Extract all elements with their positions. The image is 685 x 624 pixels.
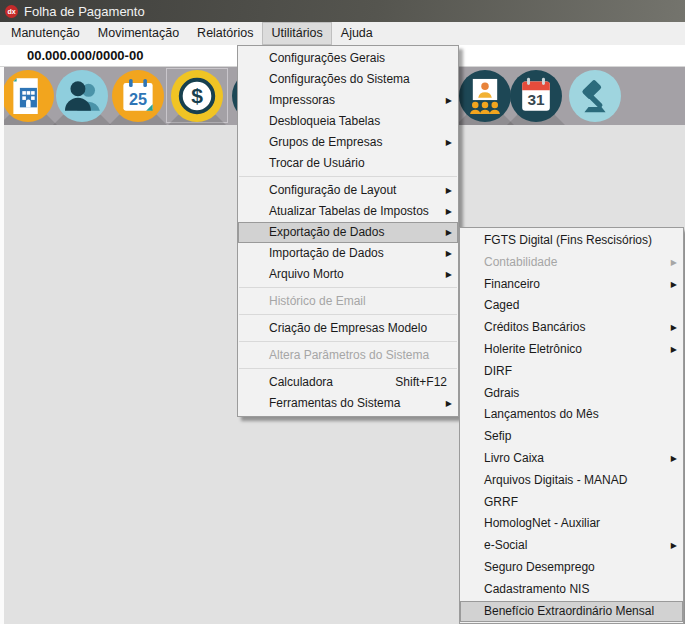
menu-item-atualizar-tabelas-de-impostos[interactable]: Atualizar Tabelas de Impostos▶	[238, 201, 458, 222]
submenu-arrow-icon: ▶	[446, 132, 452, 153]
menu-item-configuracoes-gerais[interactable]: Configurações Gerais	[238, 48, 458, 69]
submenu-item-lancamentos-do-mes[interactable]: Lançamentos do Mês	[460, 404, 683, 426]
submenu-arrow-icon: ▶	[446, 222, 452, 243]
submenu-arrow-icon: ▶	[446, 180, 452, 201]
submenu-item-holerite-eletronico[interactable]: Holerite Eletrônico▶	[460, 339, 683, 361]
shortcut-label: Shift+F12	[395, 372, 447, 393]
submenu-arrow-icon: ▶	[446, 201, 452, 222]
menu-item-importacao-de-dados[interactable]: Importação de Dados▶	[238, 243, 458, 264]
title-bar: dx Folha de Pagamento	[0, 0, 685, 22]
menu-item-calculadora[interactable]: CalculadoraShift+F12	[238, 372, 458, 393]
menubar-item-utilitarios[interactable]: Utilitários	[262, 22, 331, 45]
menubar-item-movimentacao[interactable]: Movimentação	[89, 22, 188, 45]
submenu-item-beneficio-extraordinario-mensal[interactable]: Benefício Extraordinário Mensal	[460, 601, 683, 623]
submenu-arrow-icon: ▶	[671, 339, 677, 361]
menu-separator	[239, 287, 457, 288]
submenu-item-homolognet-auxiliar[interactable]: HomologNet - Auxiliar	[460, 513, 683, 535]
menu-separator	[239, 368, 457, 369]
submenu-item-caged[interactable]: Caged	[460, 295, 683, 317]
menu-item-historico-de-email: Histórico de Email	[238, 291, 458, 312]
money-icon[interactable]: $	[171, 70, 223, 122]
menu-item-configuracoes-do-sistema[interactable]: Configurações do Sistema	[238, 69, 458, 90]
menu-separator	[239, 314, 457, 315]
submenu-arrow-icon: ▶	[671, 274, 677, 296]
submenu-arrow-icon: ▶	[446, 393, 452, 414]
menu-bar: Manutenção Movimentação Relatórios Utili…	[0, 22, 685, 45]
menu-item-ferramentas-do-sistema[interactable]: Ferramentas do Sistema▶	[238, 393, 458, 414]
app-window: dx Folha de Pagamento Manutenção Movimen…	[0, 0, 685, 624]
menu-item-exportacao-de-dados[interactable]: Exportação de Dados▶	[238, 222, 458, 243]
app-logo-icon: dx	[5, 5, 18, 18]
submenu-item-arquivos-digitais-manad[interactable]: Arquivos Digitais - MANAD	[460, 470, 683, 492]
menu-item-desbloqueia-tabelas[interactable]: Desbloqueia Tabelas	[238, 111, 458, 132]
calendar-25-icon[interactable]: 25	[112, 70, 164, 122]
submenu-item-e-social[interactable]: e-Social▶	[460, 535, 683, 557]
submenu-arrow-icon: ▶	[671, 317, 677, 339]
submenu-arrow-icon: ▶	[446, 90, 452, 111]
submenu-arrow-icon: ▶	[446, 264, 452, 285]
menu-item-trocar-de-usuario[interactable]: Trocar de Usuário	[238, 153, 458, 174]
submenu-item-creditos-bancarios[interactable]: Créditos Bancários▶	[460, 317, 683, 339]
company-document-icon[interactable]	[2, 70, 54, 122]
submenu-arrow-icon: ▶	[671, 535, 677, 557]
submenu-item-seguro-desemprego[interactable]: Seguro Desemprego	[460, 557, 683, 579]
window-title: Folha de Pagamento	[24, 4, 145, 19]
menu-item-criacao-de-empresas-modelo[interactable]: Criação de Empresas Modelo	[238, 318, 458, 339]
menu-separator	[239, 341, 457, 342]
svg-text:25: 25	[129, 90, 147, 108]
submenu-item-dirf[interactable]: DIRF	[460, 361, 683, 383]
menu-item-impressoras[interactable]: Impressoras▶	[238, 90, 458, 111]
utilitarios-dropdown-menu: Configurações Gerais Configurações do Si…	[237, 45, 459, 417]
employees-icon[interactable]	[56, 70, 108, 122]
menubar-item-relatorios[interactable]: Relatórios	[188, 22, 262, 45]
svg-text:$: $	[191, 84, 203, 107]
gavel-icon[interactable]	[569, 70, 621, 122]
menu-item-altera-parametros-do-sistema: Altera Parâmetros do Sistema	[238, 345, 458, 366]
menu-item-configuracao-de-layout[interactable]: Configuração de Layout▶	[238, 180, 458, 201]
submenu-arrow-icon: ▶	[446, 243, 452, 264]
submenu-item-sefip[interactable]: Sefip	[460, 426, 683, 448]
submenu-item-fgts-digital-fins-rescisorios[interactable]: FGTS Digital (Fins Rescisórios)	[460, 230, 683, 252]
submenu-item-contabilidade: Contabilidade▶	[460, 252, 683, 274]
submenu-item-cadastramento-nis[interactable]: Cadastramento NIS	[460, 579, 683, 601]
submenu-item-livro-caixa[interactable]: Livro Caixa▶	[460, 448, 683, 470]
submenu-arrow-icon: ▶	[671, 448, 677, 470]
submenu-arrow-icon: ▶	[671, 252, 677, 274]
menu-item-arquivo-morto[interactable]: Arquivo Morto▶	[238, 264, 458, 285]
menubar-item-ajuda[interactable]: Ajuda	[332, 22, 382, 45]
hr-team-icon[interactable]	[459, 70, 511, 122]
svg-text:31: 31	[527, 91, 545, 108]
submenu-item-financeiro[interactable]: Financeiro▶	[460, 274, 683, 296]
submenu-item-gdrais[interactable]: Gdrais	[460, 383, 683, 405]
submenu-item-grrf[interactable]: GRRF	[460, 492, 683, 514]
menubar-item-manutencao[interactable]: Manutenção	[2, 22, 89, 45]
calendar-31-icon[interactable]: 31	[510, 70, 562, 122]
menu-item-grupos-de-empresas[interactable]: Grupos de Empresas▶	[238, 132, 458, 153]
menu-separator	[239, 176, 457, 177]
window-left-border	[0, 67, 4, 624]
exportacao-de-dados-submenu: FGTS Digital (Fins Rescisórios) Contabil…	[459, 227, 684, 624]
company-cnpj-value: 00.000.000/0000-00	[27, 48, 143, 63]
